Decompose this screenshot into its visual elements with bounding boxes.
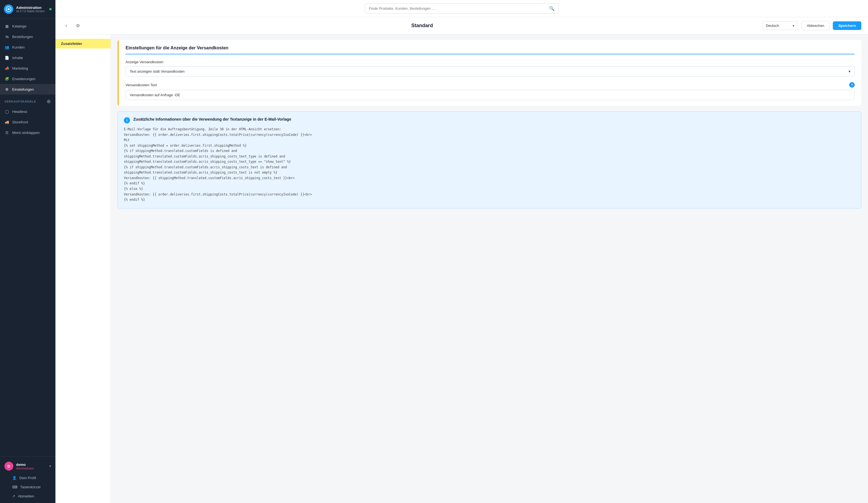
sidebar-item-label-storefront: Storefront xyxy=(12,120,28,124)
info-code-line: {% endif %} xyxy=(124,181,855,186)
help-icon[interactable]: ? xyxy=(849,82,855,88)
marketing-icon: 📣 xyxy=(4,66,9,71)
sidebar-item-label-kataloge: Kataloge xyxy=(12,24,26,28)
info-code-line: {% else %} xyxy=(124,186,855,192)
info-code-line: {% set shippingMethod = order.deliveries… xyxy=(124,143,855,148)
sidebar-item-label-marketing: Marketing xyxy=(12,66,28,70)
sidebar-item-kataloge[interactable]: ▦ Kataloge xyxy=(0,21,55,31)
info-code-line: shippingMethod.translated.customFields.a… xyxy=(124,154,855,160)
einstellungen-icon: ⚙ xyxy=(4,87,9,92)
topbar: 🔍 xyxy=(55,0,868,17)
content-area: Zusatzfelder Einstellungen für die Anzei… xyxy=(55,34,868,503)
user-menu-item-abmelden[interactable]: ↗ Abmelden xyxy=(0,492,55,501)
versandkosten-text-input[interactable] xyxy=(125,90,855,100)
info-code-line: Versandkosten: {{ order.deliveries.first… xyxy=(124,132,855,138)
sidebar-item-einstellungen[interactable]: ⚙ Einstellungen xyxy=(0,84,55,94)
left-panel-item-zusatzfelder[interactable]: Zusatzfelder xyxy=(55,39,111,49)
sidebar-item-marketing[interactable]: 📣 Marketing xyxy=(0,63,55,73)
headless-icon: ◯ xyxy=(4,109,9,114)
save-button[interactable]: Speichern xyxy=(833,21,861,30)
section-indicator: Einstellungen für die Anzeige der Versan… xyxy=(117,40,861,106)
sidebar-item-label-kunden: Kunden xyxy=(12,45,25,49)
info-box-header: i Zusätzliche Informationen über die Ver… xyxy=(124,117,855,123)
section-block: Einstellungen für die Anzeige der Versan… xyxy=(117,40,861,106)
verkaufskanaele-section: Verkaufskanäle ⊕ xyxy=(0,94,55,106)
kataloge-icon: ▦ xyxy=(4,23,9,29)
abmelden-icon: ↗ xyxy=(12,494,15,498)
info-code-line: Versandkosten: {{ shippingMethod.transla… xyxy=(124,175,855,181)
section-heading: Einstellungen für die Anzeige der Versan… xyxy=(125,45,855,54)
avatar: D xyxy=(4,462,13,471)
page-title: Standard xyxy=(85,23,759,29)
search-input[interactable] xyxy=(365,4,545,13)
info-box-content: E-Mail-Vorlage für die Auftragsbestätigu… xyxy=(124,127,855,203)
sidebar-item-bestellungen[interactable]: 🛍 Bestellungen xyxy=(0,31,55,42)
settings-button[interactable]: ⚙ xyxy=(74,22,82,30)
sidebar-item-headless[interactable]: ◯ Headless xyxy=(0,106,55,117)
tastenkuerzel-icon: ⌨ xyxy=(12,485,18,489)
info-code-line: {% endif %} xyxy=(124,197,855,203)
sidebar-item-storefront[interactable]: 🚚 Storefront xyxy=(0,117,55,127)
info-box-title: Zusätzliche Informationen über die Verwe… xyxy=(133,117,291,122)
sidebar-item-inhalte[interactable]: 📄 Inhalte xyxy=(0,52,55,63)
user-chevron-icon: ▾ xyxy=(49,464,51,468)
sidebar-item-menu-einklappen[interactable]: ☰ Menü einklappen xyxy=(0,127,55,138)
anzeige-select[interactable]: Text anzeigen statt Versandkosten ▾ xyxy=(125,66,855,76)
form-area: Einstellungen für die Anzeige der Versan… xyxy=(111,34,868,503)
info-icon: i xyxy=(124,117,130,123)
lang-chevron-icon: ▾ xyxy=(793,23,795,28)
bestellungen-icon: 🛍 xyxy=(4,34,9,39)
inhalte-icon: 📄 xyxy=(4,55,9,60)
info-code-line: E-Mail-Vorlage für die Auftragsbestätigu… xyxy=(124,127,855,132)
profil-icon: 👤 xyxy=(12,476,17,480)
sidebar-nav: ▦ Kataloge 🛍 Bestellungen 👥 Kunden 📄 Inh… xyxy=(0,19,55,456)
info-code-line: {% if shippingMethod.translated.customFi… xyxy=(124,148,855,154)
app-logo xyxy=(4,4,13,14)
user-menu-item-profil[interactable]: 👤 Dein Profil xyxy=(0,473,55,482)
sidebar-item-label-einstellungen: Einstellungen xyxy=(12,88,34,92)
content-header: ‹ ⚙ Standard Deutsch ▾ Abbrechen Speiche… xyxy=(55,17,868,34)
sidebar-footer: D demo Administrator ▾ 👤 Dein Profil ⌨ T… xyxy=(0,456,55,503)
add-verkaufskanal-icon[interactable]: ⊕ xyxy=(46,99,51,104)
info-code-line: shippingMethod.translated.customFields.a… xyxy=(124,159,855,165)
user-menu-item-tastenkuerzel[interactable]: ⌨ Tastenkürzel xyxy=(0,482,55,492)
sidebar-item-erweiterungen[interactable]: 🧩 Erweiterungen xyxy=(0,73,55,84)
sidebar: Administration v6.4.7.0 Stable Version ▦… xyxy=(0,0,55,503)
kunden-icon: 👥 xyxy=(4,45,9,50)
versandkosten-label: Versandkosten Text xyxy=(125,83,157,87)
sidebar-item-label-bestellungen: Bestellungen xyxy=(12,35,33,39)
sidebar-item-kunden[interactable]: 👥 Kunden xyxy=(0,42,55,52)
storefront-icon: 🚚 xyxy=(4,120,9,124)
sidebar-item-label-headless: Headless xyxy=(12,110,27,114)
collapse-icon: ☰ xyxy=(4,130,9,135)
user-menu-toggle[interactable]: D demo Administrator ▾ xyxy=(0,459,55,473)
app-title-block: Administration v6.4.7.0 Stable Version xyxy=(16,6,46,13)
section-inner: Einstellungen für die Anzeige der Versan… xyxy=(119,40,861,106)
left-panel: Zusatzfelder xyxy=(55,34,111,503)
user-name: demo xyxy=(16,462,46,467)
info-code-line: shippingMethod.translated.customFields.a… xyxy=(124,170,855,175)
search-button[interactable]: 🔍 xyxy=(545,3,558,13)
main-area: 🔍 ‹ ⚙ Standard Deutsch ▾ Abbrechen Speic… xyxy=(55,0,868,503)
user-role: Administrator xyxy=(16,467,46,470)
language-select[interactable]: Deutsch ▾ xyxy=(762,21,798,30)
user-info: demo Administrator xyxy=(16,462,46,470)
info-code-line: {% if shippingMethod.translated.customFi… xyxy=(124,165,855,170)
sidebar-header: Administration v6.4.7.0 Stable Version xyxy=(0,0,55,19)
sidebar-item-label-inhalte: Inhalte xyxy=(12,56,23,60)
app-title: Administration xyxy=(16,6,46,10)
versandkosten-label-row: Versandkosten Text ? xyxy=(125,82,855,88)
erweiterungen-icon: 🧩 xyxy=(4,76,9,81)
info-code-line: Versandkosten: {{ order.deliveries.first… xyxy=(124,192,855,197)
back-button[interactable]: ‹ xyxy=(62,22,70,30)
info-box: i Zusätzliche Informationen über die Ver… xyxy=(117,111,861,208)
anzeige-label: Anzeige Versandkosten xyxy=(125,60,855,64)
sidebar-item-label-erweiterungen: Erweiterungen xyxy=(12,77,35,81)
app-version: v6.4.7.0 Stable Version xyxy=(16,10,46,13)
status-dot xyxy=(49,8,52,10)
cancel-button[interactable]: Abbrechen xyxy=(802,21,829,30)
search-box: 🔍 xyxy=(365,3,559,13)
select-chevron-icon: ▾ xyxy=(849,69,850,73)
info-code-line: Mit xyxy=(124,137,855,143)
